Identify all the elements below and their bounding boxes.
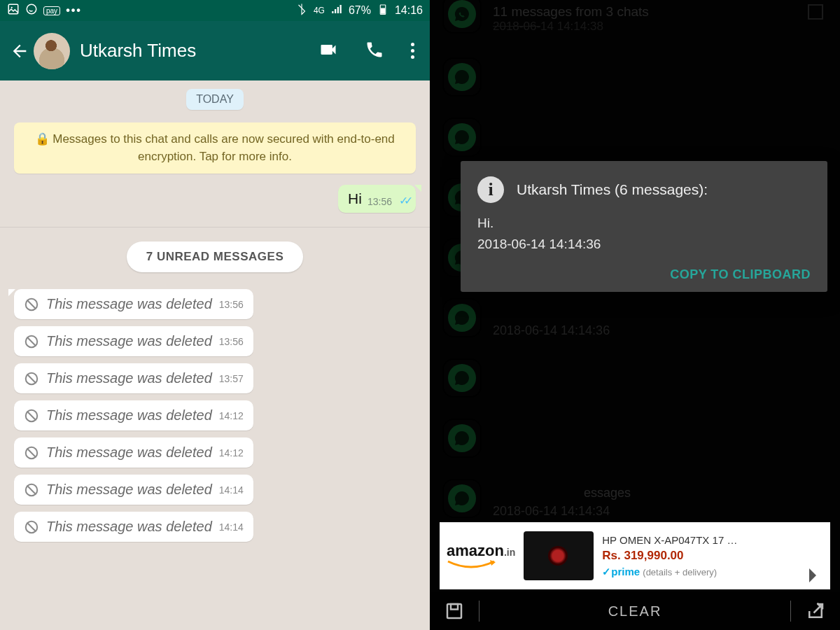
message-incoming[interactable]: This message was deleted 14:12 <box>14 438 253 468</box>
svg-line-6 <box>27 300 36 309</box>
message-time: 14:14 <box>219 484 244 496</box>
bluetooth-icon <box>295 3 308 18</box>
svg-rect-4 <box>381 8 385 14</box>
whatsapp-chat-pane: pay ••• 4G 67% 14:16 Utkarsh Times TODAY… <box>0 0 430 630</box>
deleted-icon <box>24 334 39 349</box>
unread-count-chip: 7 UNREAD MESSAGES <box>127 241 303 272</box>
message-outgoing[interactable]: Hi 13:56 ✓✓ <box>338 185 416 213</box>
battery-percent: 67% <box>349 4 371 17</box>
product-thumb <box>524 531 594 580</box>
back-icon[interactable] <box>10 41 29 61</box>
svg-point-1 <box>11 7 13 8</box>
deleted-text: This message was deleted <box>46 519 212 535</box>
message-time: 13:57 <box>219 373 244 384</box>
svg-rect-20 <box>451 604 458 610</box>
deleted-text: This message was deleted <box>46 333 212 349</box>
read-receipt-icon: ✓✓ <box>399 194 409 207</box>
signal-icon <box>330 3 343 18</box>
copy-to-clipboard-button[interactable]: COPY TO CLIPBOARD <box>670 267 811 281</box>
chat-scroll-area[interactable]: TODAY 🔒Messages to this chat and calls a… <box>0 80 430 630</box>
prime-badge: ✓prime <box>602 566 640 578</box>
deleted-text: This message was deleted <box>46 444 212 461</box>
message-incoming[interactable]: This message was deleted 13:56 <box>14 326 253 356</box>
deleted-text: This message was deleted <box>46 370 212 386</box>
message-time: 13:56 <box>219 299 244 310</box>
deleted-icon <box>24 482 39 498</box>
deleted-icon <box>24 371 39 386</box>
network-4g-label: 4G <box>314 6 325 15</box>
pay-icon: pay <box>43 6 60 15</box>
adchoices-icon[interactable] <box>809 568 823 582</box>
gallery-icon <box>7 3 20 18</box>
deleted-text: This message was deleted <box>46 482 212 498</box>
message-incoming[interactable]: This message was deleted 13:57 <box>14 363 253 393</box>
message-time: 13:56 <box>219 336 244 347</box>
android-status-bar: pay ••• 4G 67% 14:16 <box>0 0 430 21</box>
deleted-text: This message was deleted <box>46 296 212 312</box>
message-incoming[interactable]: This message was deleted 13:56 <box>14 289 253 319</box>
svg-line-12 <box>27 411 36 420</box>
contact-name[interactable]: Utkarsh Times <box>80 40 318 62</box>
date-separator: TODAY <box>186 89 244 110</box>
ad-product-name: HP OMEN X-AP047TX 17 … <box>602 533 801 547</box>
message-text: Hi <box>348 190 362 207</box>
clock-time: 14:16 <box>395 4 423 17</box>
voice-call-icon[interactable] <box>365 40 384 62</box>
lock-icon: 🔒 <box>35 131 50 148</box>
whatsapp-icon <box>25 3 38 18</box>
save-button[interactable] <box>430 601 479 622</box>
ad-price: Rs. 319,990.00 <box>602 547 801 564</box>
video-call-icon[interactable] <box>318 40 338 62</box>
more-notifications-icon: ••• <box>66 4 82 17</box>
message-incoming[interactable]: This message was deleted 14:14 <box>14 512 253 542</box>
encryption-text: Messages to this chat and calls are now … <box>52 132 395 163</box>
deleted-icon <box>24 297 39 312</box>
dialog-line: 2018-06-14 14:14:36 <box>477 237 811 252</box>
message-time: 14:14 <box>219 522 244 533</box>
svg-line-14 <box>27 448 36 457</box>
message-incoming[interactable]: This message was deleted 14:14 <box>14 475 253 505</box>
amazon-logo: amazon.in <box>447 542 515 570</box>
clear-button[interactable]: CLEAR <box>479 603 790 620</box>
message-time: 14:12 <box>219 410 244 421</box>
message-incoming[interactable]: This message was deleted 14:12 <box>14 400 253 430</box>
notification-log-pane: 11 messages from 3 chats 2018-06-14 14:1… <box>430 0 840 630</box>
svg-line-18 <box>27 522 36 531</box>
chat-header[interactable]: Utkarsh Times <box>0 21 430 80</box>
deleted-icon <box>24 519 39 535</box>
contact-avatar[interactable] <box>34 33 70 69</box>
ad-details: (details + delivery) <box>643 567 717 578</box>
message-time: 14:12 <box>219 447 244 458</box>
share-button[interactable] <box>791 601 840 622</box>
deleted-icon <box>24 445 39 461</box>
svg-line-16 <box>27 485 36 494</box>
deleted-icon <box>24 408 39 424</box>
svg-line-8 <box>27 337 36 346</box>
svg-rect-19 <box>447 604 461 618</box>
overflow-menu-icon[interactable] <box>411 43 414 59</box>
info-icon: i <box>477 176 504 203</box>
dialog-title: Utkarsh Times (6 messages): <box>517 181 708 198</box>
svg-point-2 <box>27 4 36 14</box>
encryption-notice[interactable]: 🔒Messages to this chat and calls are now… <box>14 122 416 174</box>
copy-dialog: i Utkarsh Times (6 messages): Hi. 2018-0… <box>461 161 827 292</box>
divider <box>0 227 430 227</box>
deleted-text: This message was deleted <box>46 407 212 424</box>
bottom-action-bar: CLEAR <box>430 592 840 630</box>
svg-line-10 <box>27 374 36 383</box>
dialog-line: Hi. <box>477 216 811 231</box>
ad-banner[interactable]: amazon.in HP OMEN X-AP047TX 17 … Rs. 319… <box>440 522 830 589</box>
message-time: 13:56 <box>368 196 392 207</box>
battery-icon <box>377 3 389 18</box>
svg-rect-0 <box>8 4 18 14</box>
